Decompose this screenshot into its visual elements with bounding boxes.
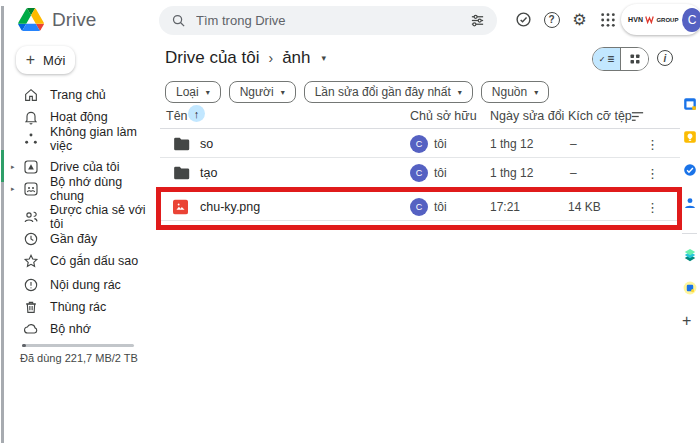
check-circle-icon [515, 11, 532, 28]
sidebar-item-starred[interactable]: Có gắn dấu sao [4, 250, 154, 272]
chevron-down-icon: ▾ [534, 88, 538, 97]
sort-options-button[interactable] [630, 110, 645, 123]
layers-addon-icon [683, 248, 697, 262]
expand-arrow-icon[interactable]: ▸ [11, 185, 15, 193]
search-input[interactable] [196, 13, 468, 28]
sidebar-item-home[interactable]: Trang chủ [4, 84, 154, 106]
clock-icon [23, 231, 39, 247]
expand-arrow-icon[interactable]: ▸ [11, 163, 15, 171]
sidebar-label: Nội dung rác [50, 278, 121, 292]
spam-icon [23, 277, 39, 293]
drive-logo[interactable]: Drive [18, 8, 96, 31]
search-bar[interactable] [159, 6, 497, 35]
more-options-button[interactable]: ⋮ [646, 199, 659, 214]
sidebar-label: Bộ nhớ [50, 322, 91, 336]
sidebar-item-workspaces[interactable]: Không gian làm việc [4, 128, 154, 150]
image-file-icon [173, 199, 188, 214]
table-row[interactable]: chu-ky.png C tôi 17:21 14 KB ⋮ [160, 193, 682, 221]
bell-icon [23, 109, 39, 125]
settings-button[interactable]: ⚙ [570, 10, 589, 29]
apps-grid-button[interactable] [598, 10, 617, 29]
info-icon: i [664, 53, 667, 64]
more-options-button[interactable]: ⋮ [646, 137, 659, 152]
file-size: 14 KB [568, 200, 601, 214]
sidebar-label: Trang chủ [50, 88, 106, 102]
file-name: so [200, 137, 213, 151]
column-header-owner[interactable]: Chủ sở hữu [410, 109, 477, 123]
storage-progress-bar [22, 344, 134, 347]
divider [160, 128, 682, 129]
breadcrumb-chevron-icon: › [268, 50, 273, 66]
chip-label: Lần sửa đổi gần đây nhất [315, 85, 451, 99]
org-name-part1: HVN [628, 16, 643, 23]
filter-source-chip[interactable]: Nguồn ▾ [481, 81, 549, 103]
help-button[interactable]: ? [542, 10, 561, 29]
star-icon [23, 253, 39, 269]
file-size: – [570, 166, 577, 180]
help-icon: ? [544, 12, 560, 28]
modified-date: 1 thg 12 [490, 137, 533, 151]
user-avatar[interactable]: C [682, 8, 700, 32]
table-row[interactable]: tạo C tôi 1 thg 12 – ⋮ [160, 159, 682, 186]
search-options-button[interactable] [468, 11, 487, 30]
filter-type-chip[interactable]: Loại ▾ [165, 81, 221, 103]
topbar-actions: ? ⚙ [514, 10, 617, 29]
arrow-up-icon: ↑ [194, 108, 200, 120]
drive-logo-icon [18, 8, 44, 31]
modified-date: 17:21 [490, 200, 520, 214]
filter-people-chip[interactable]: Người ▾ [229, 81, 296, 103]
get-addons-button[interactable]: + [682, 312, 691, 330]
breadcrumb-caret-icon[interactable]: ▾ [322, 53, 327, 63]
search-icon [171, 13, 186, 28]
sidebar-item-shared-drives[interactable]: ▸ Bộ nhớ dùng chung [4, 178, 154, 200]
file-size: – [570, 137, 577, 151]
grid-view-button[interactable] [621, 48, 648, 70]
sidebar-item-storage[interactable]: Bộ nhớ [4, 318, 154, 340]
sidebar-label: Có gắn dấu sao [50, 254, 138, 268]
column-header-size[interactable]: Kích cỡ tệp [568, 109, 632, 123]
offline-status-button[interactable] [514, 10, 533, 29]
sort-direction-button[interactable]: ↑ [188, 105, 205, 122]
new-button-label: Mới [43, 53, 65, 68]
file-name: chu-ky.png [200, 200, 260, 214]
new-button[interactable]: + Mới [16, 46, 75, 74]
keep-button[interactable] [683, 130, 697, 144]
addon-layers-button[interactable] [683, 248, 697, 262]
filter-modified-chip[interactable]: Lần sửa đổi gần đây nhất ▾ [304, 81, 473, 103]
column-header-name[interactable]: Tên [166, 109, 188, 123]
contacts-button[interactable] [683, 196, 697, 210]
more-options-button[interactable]: ⋮ [646, 165, 659, 180]
breadcrumb-current[interactable]: ảnh [282, 48, 310, 68]
calendar-icon [683, 97, 697, 111]
contacts-icon [683, 196, 697, 210]
cloud-icon [23, 321, 39, 337]
sidebar-label: Thùng rác [50, 300, 106, 314]
sidebar-item-shared-with-me[interactable]: Được chia sẻ với tôi [4, 206, 154, 228]
my-drive-icon [23, 159, 39, 175]
column-header-modified[interactable]: Ngày sửa đổi [490, 109, 564, 123]
list-view-button[interactable]: ✓ ≡ [593, 48, 621, 70]
breadcrumb-root[interactable]: Drive của tôi [165, 48, 259, 68]
sidebar-item-recent[interactable]: Gần đây [4, 228, 154, 250]
account-pill[interactable]: HVN GROUP C [621, 4, 700, 35]
addon-app-button[interactable] [683, 281, 697, 295]
list-icon: ≡ [607, 52, 614, 66]
check-icon: ✓ [599, 55, 606, 64]
chevron-down-icon: ▾ [458, 88, 462, 97]
tasks-button[interactable] [683, 163, 697, 177]
sidebar-label: Drive của tôi [50, 160, 119, 174]
grid-icon [630, 54, 640, 64]
plus-icon: + [682, 312, 691, 329]
owner-name: tôi [434, 200, 447, 214]
apps-grid-icon [600, 12, 616, 28]
tasks-icon [683, 163, 697, 177]
sidebar-item-spam[interactable]: Nội dung rác [4, 274, 154, 296]
chip-label: Người [240, 85, 274, 99]
table-row[interactable]: so C tôi 1 thg 12 – ⋮ [160, 131, 682, 158]
sidebar-item-trash[interactable]: Thùng rác [4, 296, 154, 318]
chevron-down-icon: ▾ [281, 88, 285, 97]
info-button[interactable]: i [657, 50, 673, 66]
calendar-button[interactable] [683, 97, 697, 111]
sidebar-label: Không gian làm việc [50, 125, 154, 153]
owner-avatar: C [410, 164, 428, 182]
